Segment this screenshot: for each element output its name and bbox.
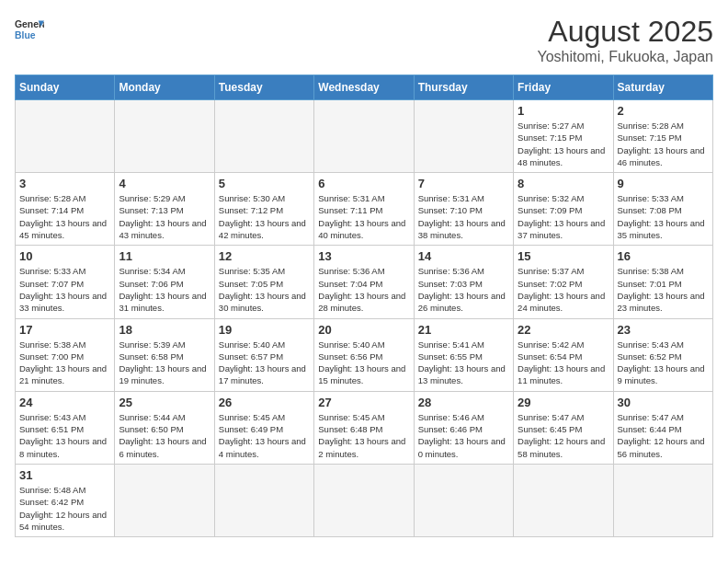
calendar-week-1: 1Sunrise: 5:27 AM Sunset: 7:15 PM Daylig… xyxy=(16,100,713,173)
calendar-cell: 30Sunrise: 5:47 AM Sunset: 6:44 PM Dayli… xyxy=(613,391,712,464)
day-number: 12 xyxy=(219,249,310,263)
day-info: Sunrise: 5:39 AM Sunset: 6:58 PM Dayligh… xyxy=(119,339,210,387)
calendar-cell: 25Sunrise: 5:44 AM Sunset: 6:50 PM Dayli… xyxy=(115,391,214,464)
day-number: 25 xyxy=(119,396,210,409)
calendar-cell: 6Sunrise: 5:31 AM Sunset: 7:11 PM Daylig… xyxy=(314,173,414,246)
weekday-header-tuesday: Tuesday xyxy=(214,75,313,100)
weekday-header-sunday: Sunday xyxy=(16,75,115,100)
day-number: 28 xyxy=(418,396,509,409)
day-info: Sunrise: 5:37 AM Sunset: 7:02 PM Dayligh… xyxy=(518,265,609,314)
calendar-cell xyxy=(115,464,214,536)
weekday-header-thursday: Thursday xyxy=(414,75,513,100)
calendar-header: SundayMondayTuesdayWednesdayThursdayFrid… xyxy=(16,75,713,100)
day-info: Sunrise: 5:47 AM Sunset: 6:44 PM Dayligh… xyxy=(618,411,709,460)
day-info: Sunrise: 5:35 AM Sunset: 7:05 PM Dayligh… xyxy=(219,265,310,314)
day-number: 14 xyxy=(418,249,509,263)
calendar-cell: 5Sunrise: 5:30 AM Sunset: 7:12 PM Daylig… xyxy=(214,173,313,246)
day-number: 22 xyxy=(518,323,609,337)
calendar-cell: 26Sunrise: 5:45 AM Sunset: 6:49 PM Dayli… xyxy=(214,391,313,464)
calendar-cell xyxy=(214,100,313,173)
day-info: Sunrise: 5:43 AM Sunset: 6:52 PM Dayligh… xyxy=(618,339,709,387)
day-info: Sunrise: 5:43 AM Sunset: 6:51 PM Dayligh… xyxy=(19,411,110,460)
day-info: Sunrise: 5:33 AM Sunset: 7:08 PM Dayligh… xyxy=(618,192,709,241)
calendar-cell xyxy=(16,100,115,173)
calendar-cell: 15Sunrise: 5:37 AM Sunset: 7:02 PM Dayli… xyxy=(514,246,613,318)
calendar-table: SundayMondayTuesdayWednesdayThursdayFrid… xyxy=(15,75,713,537)
day-info: Sunrise: 5:41 AM Sunset: 6:55 PM Dayligh… xyxy=(418,339,509,387)
day-info: Sunrise: 5:30 AM Sunset: 7:12 PM Dayligh… xyxy=(219,192,310,241)
day-info: Sunrise: 5:48 AM Sunset: 6:42 PM Dayligh… xyxy=(19,484,110,533)
day-number: 20 xyxy=(318,323,409,337)
calendar-cell xyxy=(414,100,513,173)
day-info: Sunrise: 5:33 AM Sunset: 7:07 PM Dayligh… xyxy=(19,265,110,314)
header: General Blue August 2025 Yoshitomi, Fuku… xyxy=(15,15,713,65)
weekday-header-saturday: Saturday xyxy=(613,75,712,100)
day-info: Sunrise: 5:27 AM Sunset: 7:15 PM Dayligh… xyxy=(518,120,609,168)
calendar-cell: 2Sunrise: 5:28 AM Sunset: 7:15 PM Daylig… xyxy=(613,100,712,173)
calendar-cell: 21Sunrise: 5:41 AM Sunset: 6:55 PM Dayli… xyxy=(414,318,513,391)
day-number: 18 xyxy=(119,323,210,337)
day-number: 3 xyxy=(19,177,110,190)
calendar-cell xyxy=(314,100,414,173)
calendar-week-5: 24Sunrise: 5:43 AM Sunset: 6:51 PM Dayli… xyxy=(16,391,713,464)
day-number: 13 xyxy=(318,249,409,263)
day-info: Sunrise: 5:31 AM Sunset: 7:11 PM Dayligh… xyxy=(318,192,409,241)
day-number: 23 xyxy=(618,323,709,337)
calendar-cell: 16Sunrise: 5:38 AM Sunset: 7:01 PM Dayli… xyxy=(613,246,712,318)
logo: General Blue xyxy=(15,15,44,44)
day-info: Sunrise: 5:42 AM Sunset: 6:54 PM Dayligh… xyxy=(518,339,609,387)
day-number: 6 xyxy=(318,177,409,190)
day-number: 15 xyxy=(518,249,609,263)
weekday-header-monday: Monday xyxy=(115,75,214,100)
day-info: Sunrise: 5:45 AM Sunset: 6:49 PM Dayligh… xyxy=(219,411,310,460)
calendar-cell xyxy=(314,464,414,536)
calendar-cell: 3Sunrise: 5:28 AM Sunset: 7:14 PM Daylig… xyxy=(16,173,115,246)
day-info: Sunrise: 5:34 AM Sunset: 7:06 PM Dayligh… xyxy=(119,265,210,314)
day-info: Sunrise: 5:38 AM Sunset: 7:01 PM Dayligh… xyxy=(618,265,709,314)
calendar-cell: 20Sunrise: 5:40 AM Sunset: 6:56 PM Dayli… xyxy=(314,318,414,391)
day-number: 21 xyxy=(418,323,509,337)
day-info: Sunrise: 5:28 AM Sunset: 7:14 PM Dayligh… xyxy=(19,192,110,241)
calendar-cell: 13Sunrise: 5:36 AM Sunset: 7:04 PM Dayli… xyxy=(314,246,414,318)
calendar-subtitle: Yoshitomi, Fukuoka, Japan xyxy=(537,49,713,65)
day-number: 11 xyxy=(119,249,210,263)
day-info: Sunrise: 5:46 AM Sunset: 6:46 PM Dayligh… xyxy=(418,411,509,460)
day-number: 8 xyxy=(518,177,609,190)
calendar-cell: 10Sunrise: 5:33 AM Sunset: 7:07 PM Dayli… xyxy=(16,246,115,318)
calendar-cell: 1Sunrise: 5:27 AM Sunset: 7:15 PM Daylig… xyxy=(514,100,613,173)
day-number: 5 xyxy=(219,177,310,190)
calendar-cell: 24Sunrise: 5:43 AM Sunset: 6:51 PM Dayli… xyxy=(16,391,115,464)
calendar-week-6: 31Sunrise: 5:48 AM Sunset: 6:42 PM Dayli… xyxy=(16,464,713,536)
day-info: Sunrise: 5:40 AM Sunset: 6:56 PM Dayligh… xyxy=(318,339,409,387)
day-info: Sunrise: 5:31 AM Sunset: 7:10 PM Dayligh… xyxy=(418,192,509,241)
calendar-cell: 19Sunrise: 5:40 AM Sunset: 6:57 PM Dayli… xyxy=(214,318,313,391)
weekday-header-wednesday: Wednesday xyxy=(314,75,414,100)
calendar-title: August 2025 xyxy=(537,15,713,49)
calendar-cell: 17Sunrise: 5:38 AM Sunset: 7:00 PM Dayli… xyxy=(16,318,115,391)
day-number: 31 xyxy=(19,468,110,482)
day-number: 30 xyxy=(618,396,709,409)
weekday-header-friday: Friday xyxy=(514,75,613,100)
day-number: 29 xyxy=(518,396,609,409)
calendar-cell: 28Sunrise: 5:46 AM Sunset: 6:46 PM Dayli… xyxy=(414,391,513,464)
day-number: 7 xyxy=(418,177,509,190)
calendar-cell: 29Sunrise: 5:47 AM Sunset: 6:45 PM Dayli… xyxy=(514,391,613,464)
day-number: 17 xyxy=(19,323,110,337)
day-info: Sunrise: 5:29 AM Sunset: 7:13 PM Dayligh… xyxy=(119,192,210,241)
calendar-cell: 9Sunrise: 5:33 AM Sunset: 7:08 PM Daylig… xyxy=(613,173,712,246)
day-number: 4 xyxy=(119,177,210,190)
weekday-header-row: SundayMondayTuesdayWednesdayThursdayFrid… xyxy=(16,75,713,100)
day-number: 24 xyxy=(19,396,110,409)
calendar-cell: 22Sunrise: 5:42 AM Sunset: 6:54 PM Dayli… xyxy=(514,318,613,391)
day-info: Sunrise: 5:36 AM Sunset: 7:03 PM Dayligh… xyxy=(418,265,509,314)
calendar-cell: 12Sunrise: 5:35 AM Sunset: 7:05 PM Dayli… xyxy=(214,246,313,318)
calendar-cell: 31Sunrise: 5:48 AM Sunset: 6:42 PM Dayli… xyxy=(16,464,115,536)
day-number: 2 xyxy=(618,104,709,118)
day-info: Sunrise: 5:44 AM Sunset: 6:50 PM Dayligh… xyxy=(119,411,210,460)
day-info: Sunrise: 5:36 AM Sunset: 7:04 PM Dayligh… xyxy=(318,265,409,314)
day-number: 9 xyxy=(618,177,709,190)
calendar-week-3: 10Sunrise: 5:33 AM Sunset: 7:07 PM Dayli… xyxy=(16,246,713,318)
calendar-body: 1Sunrise: 5:27 AM Sunset: 7:15 PM Daylig… xyxy=(16,100,713,537)
svg-text:Blue: Blue xyxy=(15,30,36,40)
calendar-cell xyxy=(414,464,513,536)
